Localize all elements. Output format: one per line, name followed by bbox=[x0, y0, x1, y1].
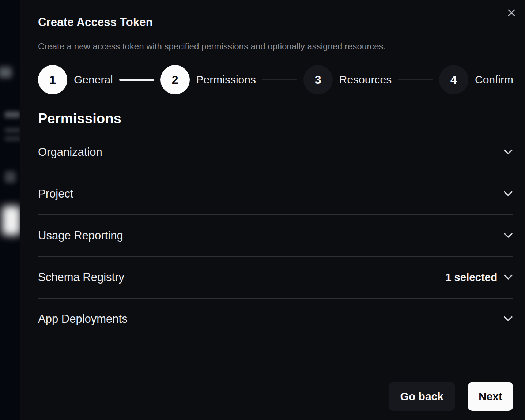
background-blur-card bbox=[2, 206, 20, 235]
background-blur-text-line bbox=[5, 128, 21, 132]
modal-footer: Go back Next bbox=[389, 382, 513, 411]
background-blur-icon bbox=[5, 171, 16, 183]
step-number-badge: 3 bbox=[303, 65, 333, 94]
stepper: 1 General 2 Permissions 3 Resources 4 Co… bbox=[38, 65, 513, 94]
section-label: Organization bbox=[38, 146, 102, 159]
chevron-down-icon bbox=[503, 191, 513, 197]
background-blur-text-line bbox=[5, 112, 20, 118]
permissions-section-list: Organization Project bbox=[38, 132, 513, 340]
chevron-down-icon bbox=[503, 149, 513, 155]
permissions-heading: Permissions bbox=[38, 110, 513, 127]
step-general[interactable]: 1 General bbox=[38, 65, 113, 94]
background-blur-nav-item bbox=[0, 67, 12, 78]
section-row-usage-reporting[interactable]: Usage Reporting bbox=[38, 215, 513, 257]
section-row-app-deployments[interactable]: App Deployments bbox=[38, 299, 513, 340]
section-row-project[interactable]: Project bbox=[38, 173, 513, 215]
section-label: Schema Registry bbox=[38, 271, 124, 284]
step-resources[interactable]: 3 Resources bbox=[303, 65, 392, 94]
section-row-schema-registry[interactable]: Schema Registry 1 selected bbox=[38, 257, 513, 299]
selection-count-badge: 1 selected bbox=[445, 271, 497, 284]
step-label: Permissions bbox=[196, 74, 256, 86]
step-label: Resources bbox=[339, 74, 392, 86]
step-connector bbox=[262, 79, 297, 80]
step-confirm[interactable]: 4 Confirm bbox=[439, 65, 513, 94]
page-background: Create Access Token Create a new access … bbox=[0, 0, 525, 420]
section-row-organization[interactable]: Organization bbox=[38, 132, 513, 173]
background-blur-text-line bbox=[5, 136, 21, 141]
section-label: App Deployments bbox=[38, 312, 128, 326]
chevron-down-icon bbox=[503, 316, 513, 322]
close-icon bbox=[506, 7, 517, 18]
step-permissions[interactable]: 2 Permissions bbox=[160, 65, 256, 94]
step-number-badge: 4 bbox=[439, 65, 468, 94]
section-label: Usage Reporting bbox=[38, 229, 123, 242]
section-label: Project bbox=[38, 187, 73, 200]
go-back-button[interactable]: Go back bbox=[389, 382, 455, 411]
chevron-down-icon bbox=[503, 232, 513, 239]
next-button[interactable]: Next bbox=[468, 382, 513, 411]
step-connector bbox=[119, 79, 154, 81]
modal-title: Create Access Token bbox=[38, 16, 513, 29]
chevron-down-icon bbox=[503, 274, 513, 281]
step-number-badge: 2 bbox=[160, 65, 190, 94]
modal-subtitle: Create a new access token with specified… bbox=[38, 41, 513, 52]
step-label: General bbox=[74, 74, 113, 86]
create-access-token-modal: Create Access Token Create a new access … bbox=[20, 0, 525, 420]
close-button[interactable] bbox=[505, 7, 518, 19]
step-number-badge: 1 bbox=[38, 65, 67, 94]
step-label: Confirm bbox=[475, 74, 513, 86]
step-connector bbox=[398, 79, 433, 80]
